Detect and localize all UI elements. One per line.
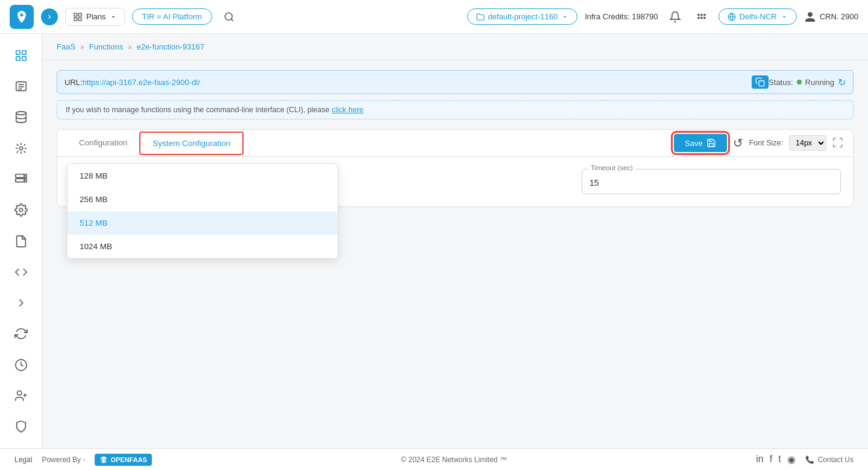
sidebar-item-add-user[interactable] <box>7 381 36 410</box>
sidebar-item-monitoring[interactable] <box>7 351 36 379</box>
svg-rect-0 <box>74 13 77 16</box>
footer-contact[interactable]: 📞 Contact Us <box>805 456 854 464</box>
openfaas-badge: OPENFAAS <box>95 454 152 466</box>
region-selector[interactable]: Delhi-NCR <box>719 8 797 25</box>
url-copy-button[interactable] <box>752 75 769 89</box>
svg-rect-26 <box>759 81 764 86</box>
memory-option-1024mb[interactable]: 1024 MB <box>68 235 338 258</box>
sidebar-item-dashboard[interactable] <box>7 41 36 69</box>
notifications-button[interactable] <box>665 7 685 27</box>
font-size-select[interactable]: 12px 13px 14px 16px 18px <box>789 135 826 151</box>
sidebar-item-settings[interactable] <box>7 196 36 224</box>
memory-option-512mb[interactable]: 512 MB <box>68 211 338 235</box>
memory-option-256mb[interactable]: 256 MB <box>68 188 338 211</box>
tir-platform-button[interactable]: TIR = AI Platform <box>132 8 212 25</box>
crn-account[interactable]: CRN. 2900 <box>804 11 858 23</box>
save-button[interactable]: Save <box>674 134 727 152</box>
timeout-field: Timeout (sec) 15 <box>582 169 841 194</box>
search-button[interactable] <box>219 7 239 27</box>
content-area: FaaS » Functions » e2e-function-93167 UR… <box>42 34 868 448</box>
main-layout: FaaS » Functions » e2e-function-93167 UR… <box>0 34 868 448</box>
status-refresh-icon[interactable]: ↻ <box>838 77 846 88</box>
fullscreen-button[interactable]: ⛶ <box>832 137 843 150</box>
svg-point-20 <box>24 180 25 181</box>
panel-actions: Save ↺ Font Size: 12px 13px 14px 16px 18… <box>674 134 843 152</box>
top-navigation: Plans TIR = AI Platform default-project-… <box>0 0 868 34</box>
timeout-label: Timeout (sec) <box>588 164 635 171</box>
sidebar-item-database[interactable] <box>7 103 36 132</box>
sidebar <box>0 34 42 448</box>
breadcrumb-faas[interactable]: FaaS <box>57 42 75 51</box>
twitter-icon[interactable]: t <box>778 454 781 465</box>
footer-social: in f t ◉ <box>756 454 795 465</box>
app-logo <box>10 5 34 29</box>
footer-legal[interactable]: Legal <box>14 456 32 464</box>
apps-grid-button[interactable] <box>692 7 711 27</box>
tab-system-configuration[interactable]: System Configuration <box>139 132 244 155</box>
breadcrumb-separator-1: » <box>80 43 84 51</box>
facebook-icon[interactable]: f <box>770 454 772 465</box>
project-selector[interactable]: default-project-1160 <box>467 8 578 25</box>
svg-point-21 <box>19 208 23 212</box>
svg-point-16 <box>19 147 23 150</box>
sidebar-item-list[interactable] <box>7 72 36 100</box>
cli-notice: If you wish to manage functions using th… <box>57 100 854 119</box>
status-text: Running <box>805 78 834 87</box>
function-panel: Configuration System Configuration Save … <box>57 129 854 207</box>
memory-option-128mb[interactable]: 128 MB <box>68 164 338 188</box>
svg-rect-2 <box>74 17 77 21</box>
inner-content: URL: https://api-3167.e2e-faas-2900-dl/ … <box>42 60 868 217</box>
svg-point-15 <box>16 112 26 115</box>
linkedin-icon[interactable]: in <box>756 454 763 465</box>
sidebar-item-server[interactable] <box>7 165 36 193</box>
sidebar-item-shield[interactable] <box>7 413 36 441</box>
breadcrumb-separator-2: » <box>128 43 132 51</box>
svg-point-23 <box>17 391 21 395</box>
panel-tabs: Configuration System Configuration Save … <box>57 130 853 157</box>
sidebar-item-refresh[interactable] <box>7 320 36 348</box>
sidebar-item-network[interactable] <box>7 134 36 162</box>
font-size-label: Font Size: <box>749 139 783 147</box>
footer-powered-by: Powered By - <box>42 456 85 464</box>
footer-copyright: © 2024 E2E Networks Limited ™ <box>162 456 746 464</box>
status-label: Status: <box>769 78 793 87</box>
memory-dropdown: 128 MB 256 MB 512 MB 1024 MB <box>67 164 338 259</box>
sidebar-item-code-block[interactable] <box>7 227 36 255</box>
sidebar-item-chevron[interactable] <box>7 289 36 317</box>
breadcrumb-functions[interactable]: Functions <box>89 42 123 51</box>
nav-expand-button[interactable] <box>41 8 58 25</box>
reset-icon[interactable]: ↺ <box>733 136 743 150</box>
breadcrumb-function-name: e2e-function-93167 <box>137 42 204 51</box>
sidebar-item-code[interactable] <box>7 258 36 286</box>
url-bar: URL: https://api-3167.e2e-faas-2900-dl/ … <box>57 70 854 94</box>
svg-rect-7 <box>16 50 19 54</box>
svg-rect-10 <box>22 56 25 60</box>
svg-rect-9 <box>16 56 19 60</box>
cli-click-here-link[interactable]: click here <box>332 106 363 114</box>
footer: Legal Powered By - OPENFAAS © 2024 E2E N… <box>0 448 868 470</box>
svg-point-19 <box>24 175 25 176</box>
status-area: Status: Running ↻ <box>769 77 846 88</box>
svg-rect-3 <box>78 17 81 21</box>
url-link[interactable]: https://api-3167.e2e-faas-2900-dl/ <box>83 78 747 87</box>
svg-rect-1 <box>78 13 81 16</box>
timeout-value: 15 <box>590 178 599 188</box>
url-label: URL: <box>64 78 83 87</box>
tab-configuration[interactable]: Configuration <box>67 130 139 157</box>
infra-credits: Infra Credits: 198790 <box>585 12 658 21</box>
status-dot <box>797 80 802 84</box>
breadcrumb: FaaS » Functions » e2e-function-93167 <box>42 34 868 60</box>
rss-icon[interactable]: ◉ <box>787 454 796 465</box>
svg-point-4 <box>225 13 232 20</box>
plans-button[interactable]: Plans <box>65 8 125 26</box>
svg-rect-8 <box>22 50 25 54</box>
